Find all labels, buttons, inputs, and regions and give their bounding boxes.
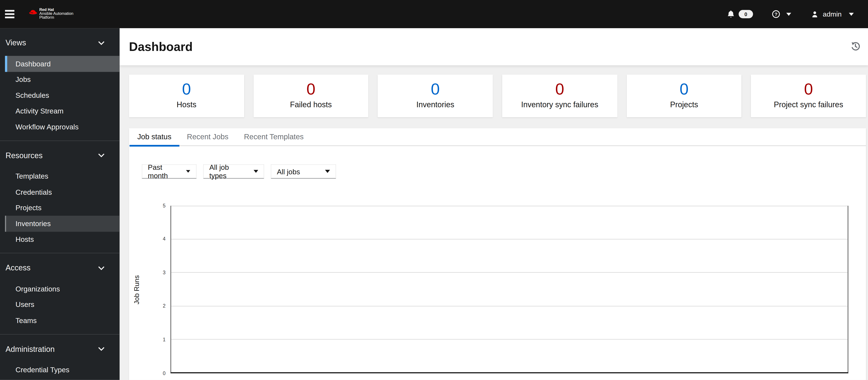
stat-value: 0 [253,81,368,97]
stat-value: 0 [129,81,244,97]
caret-down-icon [253,170,258,173]
sidebar-item-jobs[interactable]: Jobs [5,72,120,87]
sidebar-item-organizations[interactable]: Organizations [5,281,120,297]
gridline [171,306,848,306]
nav-item-label: Users [16,301,34,309]
user-person-icon [811,10,818,18]
sidebar-item-schedules[interactable]: Schedules [5,88,120,103]
chevron-down-icon [98,152,104,158]
y-tick: 1 [129,337,166,343]
sidebar-item-hosts[interactable]: Hosts [5,232,120,247]
nav-item-label: Inventories [16,219,51,228]
gridline [171,206,848,206]
stat-label: Inventory sync failures [502,100,617,109]
stat-card-project-sync-failures[interactable]: 0 Project sync failures [751,75,866,117]
sidebar-section-administration[interactable]: Administration [0,343,120,354]
stat-label: Hosts [129,100,244,109]
job-type-select[interactable]: All job types [203,164,264,179]
tabs-bar: Job status Recent Jobs Recent Templates [129,128,866,146]
stat-label: Failed hosts [253,100,368,109]
brand-line3: Platform [39,16,73,20]
question-circle-icon: ? [772,10,780,18]
sidebar-section-resources[interactable]: Resources [0,149,120,161]
sidebar-item-dashboard[interactable]: Dashboard [5,56,120,72]
stat-value: 0 [502,81,617,97]
dashboard-content: 0 Hosts 0 Failed hosts 0 Inventories 0 I… [120,65,868,380]
brand-logo: Red Hat Ansible Automation Platform [29,8,73,20]
period-select[interactable]: Past month [142,164,197,179]
nav-item-label: Dashboard [16,60,51,68]
page-title: Dashboard [129,39,193,54]
gridline [171,239,848,240]
stat-value: 0 [751,81,866,97]
select-value: Past month [148,163,179,180]
stat-card-hosts[interactable]: 0 Hosts [129,75,244,117]
page-header: Dashboard [120,28,868,65]
tab-recent-jobs[interactable]: Recent Jobs [179,128,236,147]
caret-down-icon [325,170,330,173]
sidebar-item-workflow-approvals[interactable]: Workflow Approvals [5,119,120,135]
nav-item-label: Workflow Approvals [16,123,79,131]
sidebar-section-views[interactable]: Views [0,37,120,48]
sidebar-item-projects[interactable]: Projects [5,200,120,215]
nav-item-label: Schedules [16,91,49,100]
gridline [171,339,848,340]
tab-job-status[interactable]: Job status [129,128,179,147]
sidebar-item-credential-types[interactable]: Credential Types [5,362,120,378]
chevron-down-icon [98,265,104,270]
sidebar-section-access[interactable]: Access [0,262,120,273]
caret-down-icon [186,170,191,173]
stat-cards-row: 0 Hosts 0 Failed hosts 0 Inventories 0 I… [129,75,866,117]
notifications-bell-icon[interactable] [727,10,735,18]
nav-item-label: Organizations [16,285,60,293]
select-value: All jobs [277,167,300,176]
chevron-down-icon [98,346,104,351]
masthead: Red Hat Ansible Automation Platform 0 ? [0,0,868,28]
sidebar-item-users[interactable]: Users [5,297,120,312]
sidebar-item-credentials[interactable]: Credentials [5,184,120,200]
sidebar-item-inventories[interactable]: Inventories [5,216,120,232]
y-axis-label: Job Runs [133,273,141,306]
history-icon[interactable] [850,41,860,51]
y-tick: 4 [129,236,166,242]
masthead-toolbar: 0 ? admin [727,10,868,18]
nav-item-label: Hosts [16,235,34,244]
stat-card-inventories[interactable]: 0 Inventories [378,75,493,117]
dashboard-graph-panel: Job status Recent Jobs Recent Templates … [129,128,866,380]
stat-card-inventory-sync-failures[interactable]: 0 Inventory sync failures [502,75,617,117]
sidebar-item-teams[interactable]: Teams [5,312,120,328]
nav-item-label: Templates [16,172,48,180]
stat-label: Inventories [378,100,493,109]
sidebar-item-activity-stream[interactable]: Activity Stream [5,103,120,119]
tab-recent-templates[interactable]: Recent Templates [236,128,311,147]
app-window: Red Hat Ansible Automation Platform 0 ? [0,0,868,380]
nav-item-label: Teams [16,316,37,324]
select-value: All job types [209,163,246,180]
nav-item-label: Jobs [16,75,31,84]
nav-item-label: Projects [16,204,41,212]
nav-toggle-hamburger-icon[interactable] [5,7,18,21]
username-label: admin [823,10,842,18]
section-label: Access [6,263,31,272]
y-tick: 0 [129,370,166,376]
y-tick: 5 [129,203,166,209]
user-menu-button[interactable]: admin [811,10,854,18]
stat-value: 0 [378,81,493,97]
job-runs-chart: 5 4 3 2 1 0 Job Runs [129,179,866,380]
stat-card-failed-hosts[interactable]: 0 Failed hosts [253,75,368,117]
chevron-down-icon [98,40,104,45]
chart-plot-area [170,206,848,373]
sidebar-nav: Views Dashboard Jobs Schedules Activity … [0,28,120,380]
help-menu-button[interactable]: ? [772,10,791,18]
nav-item-label: Credential Types [16,366,69,374]
stat-card-projects[interactable]: 0 Projects [627,75,742,117]
nav-item-label: Credentials [16,188,52,196]
section-label: Views [6,38,26,47]
caret-down-icon [849,12,854,16]
notification-count-badge[interactable]: 0 [739,10,753,18]
sidebar-item-templates[interactable]: Templates [5,169,120,184]
chart-filters: Past month All job types All jobs [142,164,866,179]
job-filter-select[interactable]: All jobs [271,164,336,179]
sidebar-item-notifications[interactable]: Notifications [5,378,120,380]
red-hat-fedora-icon [29,9,38,15]
